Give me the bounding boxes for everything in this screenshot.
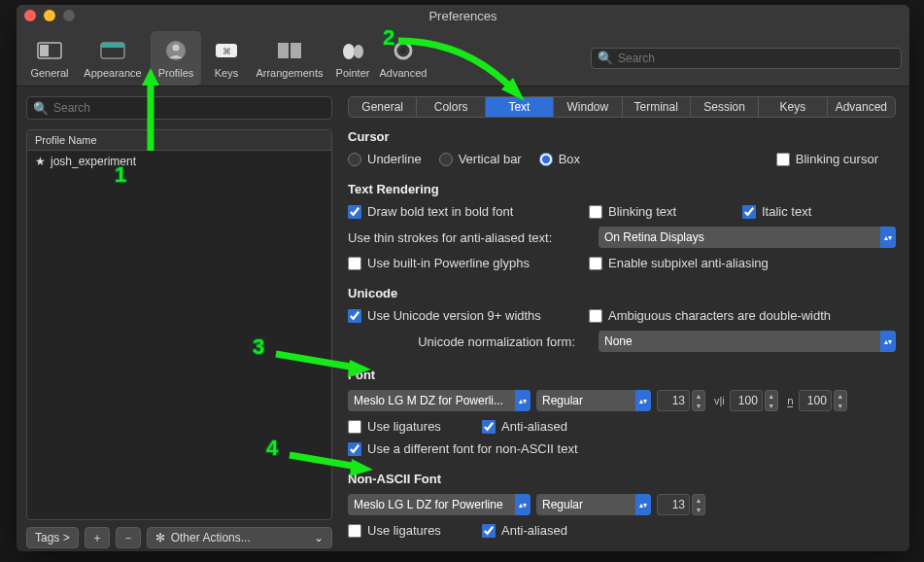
cursor-vertical-radio[interactable]: Vertical bar [439, 152, 522, 166]
svg-rect-8 [278, 43, 289, 58]
font-size-field[interactable] [657, 390, 690, 411]
section-heading: Non-ASCII Font [348, 472, 896, 486]
svg-text:⌘: ⌘ [222, 47, 231, 56]
nonascii-ligatures-checkbox[interactable]: Use ligatures [348, 523, 464, 538]
pointer-icon [337, 37, 368, 64]
italic-text-checkbox[interactable]: Italic text [742, 204, 811, 219]
preferences-window: Preferences General Appearance Profiles … [17, 5, 909, 551]
toolbar-search[interactable]: 🔍 [591, 48, 902, 69]
blinking-text-checkbox[interactable]: Blinking text [589, 204, 725, 219]
norm-select[interactable]: None▴▾ [599, 331, 896, 352]
antialiased-checkbox[interactable]: Anti-aliased [482, 419, 567, 434]
tab-advanced[interactable]: Advanced [828, 97, 895, 117]
bold-font-checkbox[interactable]: Draw bold text in bold font [348, 204, 571, 219]
gear-icon: ✻ [155, 531, 165, 544]
section-heading: Unicode [348, 286, 896, 300]
vspacing-field[interactable] [799, 390, 832, 411]
updown-icon: ▴▾ [880, 227, 896, 248]
tab-colors[interactable]: Colors [417, 97, 485, 117]
toolbar-pointer[interactable]: Pointer [327, 31, 378, 86]
sidebar: 🔍 Profile Name ★ josh_experiment Tags > … [17, 87, 342, 551]
tab-general[interactable]: General [349, 97, 417, 117]
nonascii-size-field[interactable] [657, 494, 690, 515]
add-profile-button[interactable]: ＋ [85, 527, 110, 548]
toolbar-keys[interactable]: ⌘ Keys [201, 31, 252, 86]
chevron-down-icon: ⌄ [314, 531, 324, 544]
unicode-v9-checkbox[interactable]: Use Unicode version 9+ widths [348, 308, 571, 323]
nonascii-diff-checkbox[interactable]: Use a different font for non-ASCII text [348, 441, 578, 456]
svg-rect-9 [291, 43, 301, 58]
nonascii-antialiased-checkbox[interactable]: Anti-aliased [482, 523, 567, 538]
profiles-icon [160, 37, 191, 64]
toolbar-general[interactable]: General [24, 31, 75, 86]
tab-text[interactable]: Text [486, 97, 554, 117]
updown-icon: ▴▾ [880, 331, 896, 352]
tab-window[interactable]: Window [554, 97, 622, 117]
other-actions-button[interactable]: ✻ Other Actions... ⌄ [147, 527, 332, 548]
norm-label: Unicode normalization form: [348, 334, 581, 349]
tab-session[interactable]: Session [691, 97, 759, 117]
cursor-box-radio[interactable]: Box [539, 152, 580, 166]
toolbar-arrangements[interactable]: Arrangements [252, 31, 327, 86]
vspacing-stepper[interactable]: ▲▼ [834, 390, 847, 411]
profile-search[interactable]: 🔍 [26, 96, 332, 120]
text-rendering-section: Text Rendering Draw bold text in bold fo… [348, 182, 896, 270]
titlebar: Preferences [17, 5, 909, 26]
blinking-cursor-checkbox[interactable]: Blinking cursor [776, 152, 878, 166]
star-icon: ★ [35, 155, 46, 168]
search-icon: 🔍 [598, 51, 613, 65]
toolbar-appearance[interactable]: Appearance [75, 31, 151, 86]
radio-icon [348, 153, 361, 166]
nonascii-family-select[interactable]: Meslo LG L DZ for Powerline▴▾ [348, 494, 530, 515]
updown-icon: ▴▾ [515, 494, 530, 515]
remove-profile-button[interactable]: － [116, 527, 141, 548]
tab-terminal[interactable]: Terminal [623, 97, 691, 117]
toolbar-advanced[interactable]: Advanced [378, 31, 428, 86]
cursor-section: Cursor Underline Vertical bar Box Blinki… [348, 129, 896, 166]
nonascii-size-stepper[interactable]: ▲▼ [692, 494, 705, 515]
toolbar-search-input[interactable] [618, 52, 895, 65]
subpixel-checkbox[interactable]: Enable subpixel anti-aliasing [589, 256, 769, 270]
svg-point-10 [343, 44, 355, 59]
radio-icon [439, 153, 453, 166]
profile-detail: General Colors Text Window Terminal Sess… [342, 87, 909, 551]
font-section: Font Meslo LG M DZ for Powerli...▴▾ Regu… [348, 368, 896, 456]
search-icon: 🔍 [33, 101, 49, 116]
powerline-checkbox[interactable]: Use built-in Powerline glyphs [348, 256, 571, 270]
vspacing-icon: n̲ [784, 395, 797, 407]
profile-list-header: Profile Name [27, 130, 331, 151]
nonascii-font-section: Non-ASCII Font Meslo LG L DZ for Powerli… [348, 472, 896, 538]
gear-icon [388, 37, 419, 64]
toolbar-profiles[interactable]: Profiles [151, 31, 201, 86]
toolbar: General Appearance Profiles ⌘ Keys Arran… [17, 26, 909, 87]
nonascii-weight-select[interactable]: Regular▴▾ [536, 494, 651, 515]
hspacing-icon: v|i [711, 395, 728, 406]
svg-point-5 [173, 45, 180, 52]
arrangements-icon [274, 37, 305, 64]
svg-rect-3 [101, 43, 124, 48]
updown-icon: ▴▾ [635, 494, 651, 515]
font-family-select[interactable]: Meslo LG M DZ for Powerli...▴▾ [348, 390, 530, 411]
keys-icon: ⌘ [211, 37, 242, 64]
profile-list: Profile Name ★ josh_experiment [26, 129, 332, 520]
unicode-section: Unicode Use Unicode version 9+ widths Am… [348, 286, 896, 352]
ligatures-checkbox[interactable]: Use ligatures [348, 419, 464, 434]
tab-keys[interactable]: Keys [759, 97, 827, 117]
hspacing-field[interactable] [730, 390, 763, 411]
window-title: Preferences [17, 9, 909, 23]
profile-search-input[interactable] [53, 101, 325, 115]
thin-strokes-select[interactable]: On Retina Displays▴▾ [599, 227, 896, 248]
font-size-stepper[interactable]: ▲▼ [692, 390, 705, 411]
profile-tabs: General Colors Text Window Terminal Sess… [348, 96, 896, 118]
ambiguous-checkbox[interactable]: Ambiguous characters are double-width [589, 308, 831, 323]
thin-strokes-label: Use thin strokes for anti-aliased text: [348, 230, 581, 245]
profile-actions: Tags > ＋ － ✻ Other Actions... ⌄ [26, 520, 332, 551]
section-heading: Font [348, 368, 896, 382]
tags-button[interactable]: Tags > [26, 527, 79, 548]
hspacing-stepper[interactable]: ▲▼ [765, 390, 778, 411]
general-icon [34, 37, 65, 64]
font-weight-select[interactable]: Regular▴▾ [536, 390, 651, 411]
profile-row[interactable]: ★ josh_experiment [27, 151, 331, 172]
section-heading: Text Rendering [348, 182, 896, 196]
cursor-underline-radio[interactable]: Underline [348, 152, 422, 166]
